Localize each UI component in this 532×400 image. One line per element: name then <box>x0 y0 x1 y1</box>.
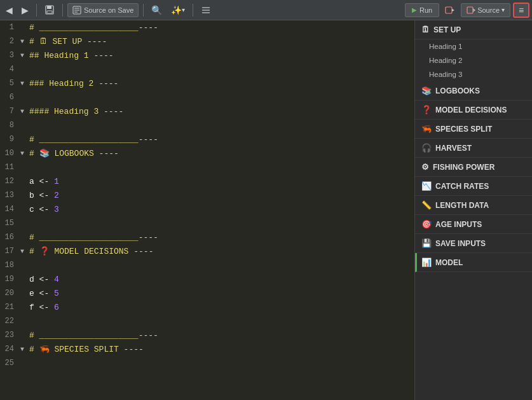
sidebar-subitem-heading-2[interactable]: Heading 2 <box>415 53 532 67</box>
code-line[interactable]: 17▼# ❓ MODEL DECISIONS ---- <box>0 244 414 258</box>
toolbar: ◀ ▶ Source on Save 🔍 ✨ ▾ ▶ Run Source ▾ … <box>0 0 532 20</box>
source-button[interactable]: Source ▾ <box>461 3 510 17</box>
species_split-icon: 🦐 <box>421 124 432 134</box>
line-number: 1 <box>0 23 18 32</box>
sidebar-item-harvest[interactable]: 🎧HARVEST <box>415 139 532 158</box>
source-on-save-label: Source on Save <box>84 6 133 14</box>
line-number: 3 <box>0 51 18 60</box>
sidebar-subitem-heading-1[interactable]: Heading 1 <box>415 39 532 53</box>
fold-arrow[interactable]: ▼ <box>18 346 27 353</box>
sidebar-item-species_split[interactable]: 🦐SPECIES SPLIT <box>415 120 532 139</box>
code-line[interactable]: 7▼#### Heading 3 ---- <box>0 104 414 118</box>
code-line[interactable]: 11 <box>0 160 414 174</box>
run-button[interactable]: ▶ Run <box>405 3 439 17</box>
line-content: # 🦐 SPECIES SPLIT ---- <box>27 344 144 354</box>
sidebar-item-age_inputs[interactable]: 🎯AGE INPUTS <box>415 215 532 234</box>
line-number: 15 <box>0 219 18 228</box>
line-number: 22 <box>0 317 18 326</box>
line-number: 12 <box>0 177 18 186</box>
wand-icon: ✨ <box>171 5 182 15</box>
sidebar-item-setup[interactable]: 🗓SET UP <box>415 20 532 39</box>
code-line[interactable]: 20e <- 5 <box>0 286 414 300</box>
find-button[interactable]: 🔍 <box>148 3 165 17</box>
catch_rates-icon: 📉 <box>421 181 432 191</box>
line-number: 13 <box>0 191 18 200</box>
sidebar-sublabel: Heading 2 <box>429 57 462 64</box>
line-content: # 🗓 SET UP ---- <box>27 37 107 46</box>
line-number: 8 <box>0 121 18 130</box>
line-content: # ____________________---- <box>27 331 158 340</box>
code-line[interactable]: 18 <box>0 258 414 272</box>
code-line[interactable]: 22 <box>0 314 414 328</box>
code-line[interactable]: 21f <- 6 <box>0 300 414 314</box>
save_inputs-icon: 💾 <box>421 238 432 248</box>
line-number: 5 <box>0 79 18 88</box>
code-line[interactable]: 9# ____________________---- <box>0 132 414 146</box>
code-line[interactable]: 24▼# 🦐 SPECIES SPLIT ---- <box>0 342 414 356</box>
code-line[interactable]: 4 <box>0 62 414 76</box>
forward-button[interactable]: ▶ <box>18 3 32 17</box>
fold-arrow[interactable]: ▼ <box>18 80 27 87</box>
sidebar-item-fishing_power[interactable]: ⚙FISHING POWER <box>415 158 532 177</box>
fold-arrow[interactable]: ▼ <box>18 52 27 59</box>
line-number: 20 <box>0 289 18 298</box>
fold-arrow[interactable]: ▼ <box>18 150 27 157</box>
code-line[interactable]: 8 <box>0 118 414 132</box>
line-number: 4 <box>0 65 18 74</box>
sidebar-item-model_decisions[interactable]: ❓MODEL DECISIONS <box>415 100 532 120</box>
line-number: 10 <box>0 149 18 158</box>
line-number: 7 <box>0 107 18 116</box>
line-content: # ____________________---- <box>27 23 158 32</box>
code-line[interactable]: 3▼## Heading 1 ---- <box>0 48 414 62</box>
line-number: 24 <box>0 345 18 354</box>
code-line[interactable]: 14c <- 3 <box>0 202 414 216</box>
toolbar-icon-extra[interactable] <box>442 3 458 17</box>
fold-arrow[interactable]: ▼ <box>18 38 27 45</box>
wand-button[interactable]: ✨ ▾ <box>168 3 188 17</box>
fold-arrow[interactable]: ▼ <box>18 108 27 115</box>
editor-pane[interactable]: 1# ____________________----2▼# 🗓 SET UP … <box>0 20 414 400</box>
code-line[interactable]: 23# ____________________---- <box>0 328 414 342</box>
separator-4 <box>193 4 193 17</box>
code-line[interactable]: 16# ____________________---- <box>0 230 414 244</box>
sidebar-item-model[interactable]: 📊MODEL <box>415 253 532 272</box>
separator-3 <box>143 4 144 17</box>
line-number: 21 <box>0 303 18 312</box>
sidebar-label-setup: SET UP <box>433 25 461 34</box>
sidebar-item-catch_rates[interactable]: 📉CATCH RATES <box>415 177 532 196</box>
separator-1 <box>36 4 37 17</box>
sidebar-item-length_data[interactable]: 📏LENGTH DATA <box>415 196 532 215</box>
code-line[interactable]: 6 <box>0 90 414 104</box>
code-line[interactable]: 15 <box>0 216 414 230</box>
outline-button[interactable]: ≡ <box>513 3 529 18</box>
back-button[interactable]: ◀ <box>3 3 16 17</box>
line-number: 14 <box>0 205 18 214</box>
age_inputs-icon: 🎯 <box>421 219 432 229</box>
line-number: 16 <box>0 233 18 242</box>
code-line[interactable]: 2▼# 🗓 SET UP ---- <box>0 34 414 48</box>
line-number: 2 <box>0 37 18 46</box>
line-content: b <- 2 <box>27 191 59 200</box>
sidebar-subitem-heading-3[interactable]: Heading 3 <box>415 67 532 81</box>
code-line[interactable]: 12a <- 1 <box>0 174 414 188</box>
indent-button[interactable] <box>198 3 214 17</box>
code-line[interactable]: 19d <- 4 <box>0 272 414 286</box>
sidebar-item-logbooks[interactable]: 📚LOGBOOKS <box>415 81 532 100</box>
code-line[interactable]: 5▼### Heading 2 ---- <box>0 76 414 90</box>
fishing_power-icon: ⚙ <box>421 162 429 172</box>
save-button[interactable] <box>41 3 58 17</box>
line-number: 19 <box>0 275 18 284</box>
code-line[interactable]: 25 <box>0 356 414 370</box>
code-line[interactable]: 10▼# 📚 LOGBOOKS ---- <box>0 146 414 160</box>
source-on-save-button[interactable]: Source on Save <box>67 3 139 17</box>
sidebar-label-save_inputs: SAVE INPUTS <box>435 239 486 248</box>
sidebar-label-age_inputs: AGE INPUTS <box>435 220 482 229</box>
run-label: Run <box>419 6 432 14</box>
line-number: 25 <box>0 359 18 368</box>
fold-arrow[interactable]: ▼ <box>18 248 27 255</box>
line-content: #### Heading 3 ---- <box>27 107 123 116</box>
code-line[interactable]: 1# ____________________---- <box>0 20 414 34</box>
sidebar-item-save_inputs[interactable]: 💾SAVE INPUTS <box>415 234 532 253</box>
code-line[interactable]: 13b <- 2 <box>0 188 414 202</box>
line-content: # ____________________---- <box>27 233 158 242</box>
